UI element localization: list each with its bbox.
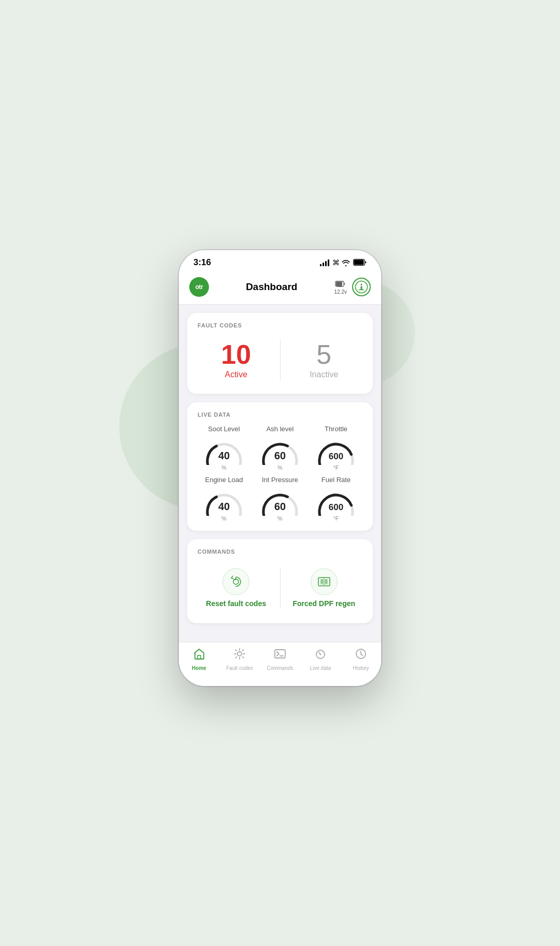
svg-rect-3 (336, 282, 342, 286)
gauge-svg: 600 (315, 487, 357, 514)
gauge-value: 60 (274, 501, 286, 513)
commands-label: COMMANDS (198, 549, 362, 555)
wifi-icon: ⌘ (332, 258, 350, 267)
gauge-svg: 60 (259, 436, 301, 463)
gauge-label: Soot Level (208, 425, 240, 433)
gauge-unit: % (277, 464, 283, 471)
tab-icon-engine (233, 648, 246, 663)
svg-rect-7 (361, 286, 362, 290)
gauge-label: Throttle (325, 425, 347, 433)
tab-label: Live data (310, 665, 331, 671)
gauge-item: Soot Level 40 % (198, 425, 250, 471)
command-label: Reset fault codes (206, 599, 266, 608)
signal-icon (320, 259, 329, 266)
gauge-label: Fuel Rate (321, 476, 351, 484)
gauge-value: 600 (329, 502, 343, 513)
svg-rect-16 (275, 650, 285, 658)
tab-label: Commands (267, 665, 293, 671)
inactive-label: Inactive (310, 370, 338, 379)
tab-label: History (353, 665, 369, 671)
gauge-unit: % (221, 515, 227, 522)
tab-icon-terminal (274, 648, 286, 663)
gauge-svg: 40 (203, 487, 245, 514)
gauge-label: Ash level (267, 425, 294, 433)
app-header: otr Dashboard 12.2v (179, 272, 381, 305)
gauge-svg: 60 (259, 487, 301, 514)
gauge-unit: % (277, 515, 283, 522)
tab-live-data[interactable]: Live data (300, 648, 341, 671)
active-faults[interactable]: 10 Active (198, 336, 275, 385)
tab-home[interactable]: Home (179, 648, 219, 671)
command-label: Forced DPF regen (292, 599, 355, 608)
gauge-unit: % (221, 464, 227, 471)
svg-point-13 (325, 581, 327, 583)
gauge-label: Int Pressure (262, 476, 298, 484)
page-title: Dashboard (246, 281, 297, 293)
main-content: FAULT CODES 10 Active 5 Inactive LIVE DA… (179, 305, 381, 632)
battery-widget-icon (335, 279, 346, 289)
command-divider (280, 567, 281, 609)
fault-divider (280, 339, 281, 381)
otr-logo[interactable]: otr (189, 277, 209, 297)
gauge-svg: 600 (315, 436, 357, 463)
inactive-count: 5 (316, 341, 331, 368)
command-icon (311, 568, 338, 595)
active-count: 10 (221, 341, 251, 368)
status-time: 3:16 (193, 257, 211, 268)
tab-fault-codes[interactable]: Fault codes (219, 648, 260, 671)
gauge-svg: 40 (203, 436, 245, 463)
fault-codes-row: 10 Active 5 Inactive (198, 336, 362, 385)
svg-rect-4 (338, 286, 342, 287)
tab-icon-home (193, 648, 205, 663)
gauge-item: Int Pressure 60 % (254, 476, 306, 522)
commands-row: Reset fault codes Forced DPF regen (198, 562, 362, 614)
tab-icon-clock (355, 648, 367, 663)
svg-rect-14 (198, 655, 201, 659)
gauge-item: Fuel Rate 600 °F (310, 476, 362, 522)
gauge-value: 600 (329, 451, 343, 462)
gauge-item: Throttle 600 °F (310, 425, 362, 471)
phone-frame: 3:16 ⌘ (179, 250, 381, 686)
command-icon (222, 568, 249, 595)
gauge-unit: °F (333, 464, 339, 471)
status-bar: 3:16 ⌘ (179, 250, 381, 272)
battery-icon (353, 259, 367, 266)
svg-point-18 (320, 653, 321, 655)
tab-commands[interactable]: Commands (260, 648, 300, 671)
commands-card: COMMANDS Reset fault codes Forced DPF re… (187, 539, 373, 623)
tab-bar: Home Fault codes Commands Live data Hist… (179, 642, 381, 686)
header-actions: 12.2v (334, 278, 371, 296)
svg-point-12 (321, 581, 323, 583)
gauge-item: Engine Load 40 % (198, 476, 250, 522)
active-label: Active (225, 370, 247, 379)
gauge-value: 40 (218, 501, 230, 513)
gauge-label: Engine Load (205, 476, 243, 484)
live-data-label: LIVE DATA (198, 412, 362, 418)
tab-history[interactable]: History (341, 648, 381, 671)
command-item[interactable]: Forced DPF regen (286, 568, 363, 608)
gauge-value: 60 (274, 450, 286, 462)
gauge-item: Ash level 60 % (254, 425, 306, 471)
status-icons: ⌘ (320, 258, 367, 267)
battery-widget[interactable]: 12.2v (334, 279, 347, 295)
battery-voltage: 12.2v (334, 289, 347, 295)
svg-point-6 (361, 284, 362, 285)
gauge-value: 40 (218, 450, 230, 462)
gauges-grid: Soot Level 40 % Ash level 60 % Throttle … (198, 425, 362, 522)
svg-point-15 (237, 652, 242, 656)
fault-codes-card: FAULT CODES 10 Active 5 Inactive (187, 313, 373, 394)
command-item[interactable]: Reset fault codes (198, 568, 275, 608)
gauge-unit: °F (333, 515, 339, 522)
inactive-faults[interactable]: 5 Inactive (286, 336, 363, 385)
tab-icon-gauge (314, 648, 327, 663)
info-button[interactable] (352, 278, 371, 296)
tab-label: Fault codes (226, 665, 253, 671)
svg-rect-1 (354, 260, 364, 265)
fault-codes-label: FAULT CODES (198, 322, 362, 328)
tab-label: Home (192, 665, 206, 671)
live-data-card: LIVE DATA Soot Level 40 % Ash level 60 %… (187, 402, 373, 531)
